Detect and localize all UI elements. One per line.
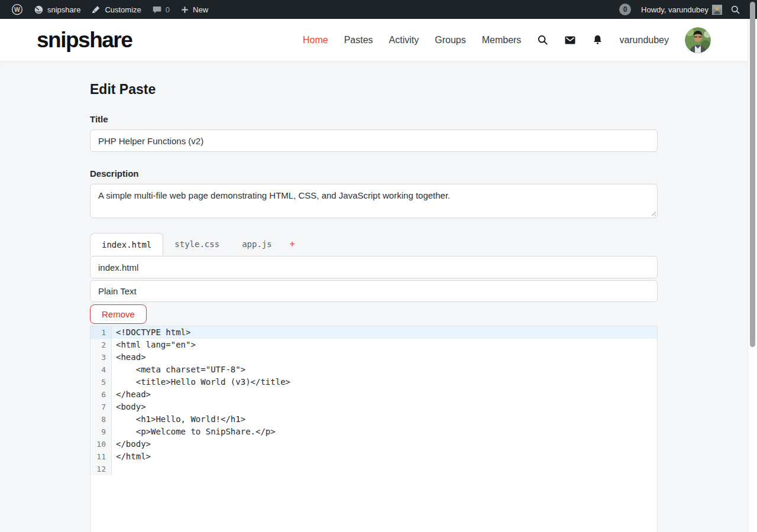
line-number: 10 (90, 438, 112, 450)
code-line[interactable]: <title>Hello World (v3)</title> (112, 376, 657, 388)
line-number: 5 (90, 376, 112, 388)
site-logo[interactable]: snipshare (37, 28, 132, 53)
code-line[interactable]: </html> (112, 450, 657, 463)
admin-bar-new-label: New (193, 5, 208, 14)
title-input[interactable] (90, 129, 658, 152)
nav-item-pastes[interactable]: Pastes (344, 35, 373, 46)
nav-item-home[interactable]: Home (303, 35, 328, 46)
notification-count-badge[interactable]: 0 (619, 4, 631, 15)
tab-index-html[interactable]: index.html (90, 233, 163, 255)
admin-bar-avatar (712, 5, 722, 15)
line-number: 11 (90, 450, 112, 463)
code-line[interactable]: </body> (112, 438, 657, 450)
messages-envelope-icon[interactable] (564, 34, 576, 46)
line-number: 4 (90, 364, 112, 376)
tab-style-css[interactable]: style.css (163, 233, 231, 255)
code-line[interactable]: <meta charset="UTF-8"> (112, 364, 657, 376)
admin-bar-new[interactable]: New (175, 0, 213, 19)
description-textarea[interactable]: A simple multi-file web page demonstrati… (90, 184, 658, 218)
code-line[interactable]: <head> (112, 351, 657, 364)
code-line[interactable]: <h1>Hello, World!</h1> (112, 413, 657, 426)
code-line-row: 6 </head> (90, 388, 657, 401)
code-line-row: 4 <meta charset="UTF-8"> (90, 364, 657, 376)
page-scrollbar-thumb[interactable] (750, 2, 755, 347)
language-select-value: Plain Text (98, 286, 137, 296)
admin-bar-customize[interactable]: Customize (86, 0, 146, 19)
admin-bar-site-name[interactable]: snipshare (28, 0, 86, 19)
code-line-row: 2 <html lang="en"> (90, 339, 657, 351)
code-line-row: 11 </html> (90, 450, 657, 463)
dashboard-icon (34, 5, 44, 15)
line-number: 8 (90, 413, 112, 426)
code-line[interactable]: <p>Welcome to SnipShare.</p> (112, 426, 657, 438)
howdy-label: Howdy, varundubey (641, 5, 709, 14)
code-line[interactable]: <html lang="en"> (112, 339, 657, 351)
code-line[interactable]: </head> (112, 388, 657, 401)
site-header: snipshare Home Pastes Activity Groups Me… (0, 19, 748, 61)
code-editor[interactable]: 1 <!DOCTYPE html> 2 <html lang="en"> 3 <… (90, 326, 658, 532)
code-line[interactable]: <body> (112, 401, 657, 413)
line-number: 9 (90, 426, 112, 438)
admin-bar-search-icon[interactable] (729, 0, 742, 19)
code-line-row: 1 <!DOCTYPE html> (90, 326, 657, 339)
code-line-row: 3 <head> (90, 351, 657, 364)
page-title: Edit Paste (90, 82, 658, 98)
remove-button[interactable]: Remove (90, 304, 147, 324)
add-file-button[interactable]: + (283, 233, 302, 255)
customize-brush-icon (91, 5, 101, 15)
wordpress-logo-icon: W (11, 4, 23, 15)
code-line-row: 8 <h1>Hello, World!</h1> (90, 413, 657, 426)
nav-item-activity[interactable]: Activity (389, 35, 419, 46)
line-number: 1 (90, 326, 112, 339)
code-line[interactable] (112, 463, 657, 475)
wp-admin-bar: W snipshare Customize 0 (0, 0, 757, 19)
notifications-bell-icon[interactable] (592, 34, 603, 46)
code-line-row: 10 </body> (90, 438, 657, 450)
line-number: 3 (90, 351, 112, 364)
code-line-row: 5 <title>Hello World (v3)</title> (90, 376, 657, 388)
plus-icon (180, 5, 189, 14)
nav-item-members[interactable]: Members (482, 35, 522, 46)
code-line-row: 9 <p>Welcome to SnipShare.</p> (90, 426, 657, 438)
admin-bar-site-name-label: snipshare (47, 5, 80, 14)
code-line-row: 7 <body> (90, 401, 657, 413)
line-number: 12 (90, 463, 112, 475)
comment-bubble-icon (152, 5, 162, 15)
title-label: Title (90, 114, 658, 124)
tab-app-js[interactable]: app.js (231, 233, 283, 255)
wp-logo-button[interactable]: W (6, 0, 28, 19)
line-number: 2 (90, 339, 112, 351)
admin-bar-customize-label: Customize (105, 5, 141, 14)
filename-input[interactable] (90, 256, 658, 278)
line-number: 7 (90, 401, 112, 413)
language-select[interactable]: Plain Text (90, 280, 658, 302)
description-label: Description (90, 168, 658, 179)
code-line[interactable]: <!DOCTYPE html> (112, 326, 657, 339)
search-icon[interactable] (537, 34, 548, 46)
header-username-link[interactable]: varundubey (619, 35, 669, 46)
line-number: 6 (90, 388, 112, 401)
admin-bar-my-account[interactable]: Howdy, varundubey (636, 0, 724, 19)
svg-text:W: W (14, 6, 20, 13)
user-avatar[interactable] (685, 27, 711, 53)
main-navigation: Home Pastes Activity Groups Members (303, 27, 711, 53)
admin-bar-comment-count: 0 (166, 5, 170, 14)
code-line-row: 12 (90, 463, 657, 475)
admin-bar-comments[interactable]: 0 (147, 0, 175, 19)
file-tabs: index.html style.css app.js + (90, 233, 658, 255)
nav-item-groups[interactable]: Groups (435, 35, 465, 46)
